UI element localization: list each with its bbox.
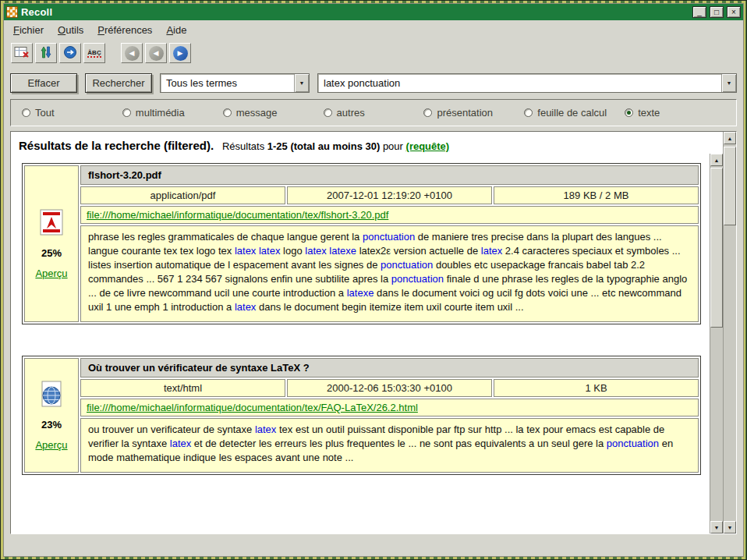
tool-group-main: ÂBÇ <box>9 42 108 64</box>
titlebar[interactable]: Recoll _ □ × <box>4 4 743 20</box>
search-mode-select[interactable]: Tous les termes ▼ <box>160 73 310 93</box>
arrows-updown-icon <box>39 45 53 62</box>
outer-scroll-down-button[interactable]: ▼ <box>724 521 736 533</box>
spellcheck-abc-icon: ÂBÇ <box>87 49 101 58</box>
preview-link[interactable]: Aperçu <box>35 439 67 451</box>
result-entry: 23% Aperçu Où trouver un vérificateur de… <box>22 356 701 475</box>
blue-globe-arrow-icon <box>63 45 77 62</box>
result-title: flshort-3.20.pdf <box>80 165 699 185</box>
search-query-arrow[interactable]: ▼ <box>721 74 736 92</box>
results-connector: pour <box>383 140 403 152</box>
chevron-down-icon: ▼ <box>299 80 305 86</box>
close-button[interactable]: × <box>727 6 741 18</box>
result-entry: 25% Aperçu flshort-3.20.pdf application/… <box>22 163 701 324</box>
toolbar: ÂBÇ ◀ ◀ ▶ <box>4 39 743 67</box>
radio-icon[interactable] <box>625 108 633 117</box>
results-title: Résultats de la recherche (filtered). <box>19 139 214 152</box>
relevance-score: 23% <box>41 419 62 431</box>
result-size: 1 KB <box>494 379 699 397</box>
filter-tout[interactable]: Tout <box>22 107 122 119</box>
search-mode-arrow[interactable]: ▼ <box>294 74 309 92</box>
radio-icon[interactable] <box>524 108 533 117</box>
relevance-score: 25% <box>41 247 62 259</box>
preview-link[interactable]: Aperçu <box>35 268 67 279</box>
app-icon <box>6 6 18 18</box>
outer-scroll-up-button[interactable]: ▲ <box>724 132 736 144</box>
inner-scroll-up-button[interactable]: ▲ <box>710 154 723 166</box>
clear-button[interactable]: Effacer <box>10 73 77 93</box>
results-count-prefix: Résultats 1-25 (total au moins 30) pour … <box>217 140 449 152</box>
result-url-link[interactable]: file:///home/michael/informatique/docume… <box>87 209 388 221</box>
results-panel: Résultats de la recherche (filtered). Ré… <box>10 131 737 534</box>
result-url-row: file:///home/michael/informatique/docume… <box>80 399 699 416</box>
outer-scroll-track[interactable] <box>724 144 736 521</box>
maximize-button[interactable]: □ <box>710 6 724 18</box>
result-meta-row: text/html 2000-12-06 15:03:30 +0100 1 KB <box>80 379 699 397</box>
inner-scroll-down-button[interactable]: ▼ <box>710 521 723 533</box>
inner-scrollbar: ▲ ▼ <box>710 154 723 533</box>
filter-label: feuille de calcul <box>537 107 607 119</box>
result-url-row: file:///home/michael/informatique/docume… <box>80 206 699 224</box>
search-row: Effacer Rechercher Tous les termes ▼ ▼ <box>4 67 743 97</box>
search-mode-value: Tous les termes <box>161 77 294 89</box>
filter-label: autres <box>337 107 365 119</box>
result-entries: 25% Aperçu flshort-3.20.pdf application/… <box>19 163 704 475</box>
radio-icon[interactable] <box>122 108 131 117</box>
filter-message[interactable]: message <box>223 107 324 119</box>
filetype-icon <box>38 380 65 410</box>
radio-icon[interactable] <box>223 108 232 117</box>
nav-back-icon: ◀ <box>125 46 140 61</box>
result-url-link[interactable]: file:///home/michael/informatique/docume… <box>87 402 418 413</box>
clear-search-button[interactable] <box>11 43 33 63</box>
menu-item-aide[interactable]: Aide <box>160 22 193 38</box>
result-left-panel: 25% Aperçu <box>24 165 79 322</box>
result-left-panel: 23% Aperçu <box>24 358 79 473</box>
nav-back-button[interactable]: ◀ <box>121 43 143 63</box>
search-query-combo: ▼ <box>317 73 737 93</box>
prev-page-icon: ◀ <box>149 46 164 61</box>
radio-icon[interactable] <box>22 108 30 117</box>
search-button[interactable]: Rechercher <box>85 73 152 93</box>
result-abstract: ou trouver un verificateur de syntaxe la… <box>80 418 699 473</box>
result-title: Où trouver un vérificateur de syntaxe La… <box>80 358 699 377</box>
inner-scroll-thumb[interactable] <box>710 168 723 328</box>
results-list: 25% Aperçu flshort-3.20.pdf application/… <box>11 154 723 533</box>
result-mime: application/pdf <box>80 186 285 204</box>
filter-bar: Tout multimédia message autres présentat… <box>10 99 737 126</box>
minimize-button[interactable]: _ <box>692 6 706 18</box>
search-query-input[interactable] <box>318 77 721 89</box>
result-right-panel: flshort-3.20.pdf application/pdf 2007-12… <box>80 165 699 322</box>
prev-page-button[interactable]: ◀ <box>145 43 167 63</box>
results-range: 1-25 (total au moins 30) <box>267 140 380 152</box>
next-page-icon: ▶ <box>173 46 188 61</box>
menu-item-fichier[interactable]: Fichier <box>7 22 50 38</box>
filter-multimedia[interactable]: multimédia <box>122 107 223 119</box>
chevron-down-icon: ▼ <box>727 80 732 86</box>
status-bar <box>4 534 743 556</box>
next-page-button[interactable]: ▶ <box>169 43 191 63</box>
window-frame: Recoll _ □ × Fichier Outils Préférences … <box>0 0 747 560</box>
menu-item-preferences[interactable]: Préférences <box>91 22 158 38</box>
window: Recoll _ □ × Fichier Outils Préférences … <box>3 3 744 557</box>
result-date: 2007-12-01 12:19:20 +0100 <box>287 186 492 204</box>
term-explorer-button[interactable]: ÂBÇ <box>83 43 105 63</box>
filter-feuille-de-calcul[interactable]: feuille de calcul <box>524 107 625 119</box>
inner-scroll-track[interactable] <box>710 166 723 521</box>
filter-label: multimédia <box>136 107 185 119</box>
result-date: 2000-12-06 15:03:30 +0100 <box>287 379 492 397</box>
query-link[interactable]: (requête) <box>406 140 450 152</box>
result-right-panel: Où trouver un vérificateur de syntaxe La… <box>80 358 699 473</box>
update-index-button[interactable] <box>35 43 57 63</box>
filter-label: présentation <box>437 107 493 119</box>
filter-presentation[interactable]: présentation <box>423 107 524 119</box>
result-size: 189 KB / 2 MB <box>494 186 699 204</box>
radio-icon[interactable] <box>324 108 332 117</box>
result-abstract: phrase les regles grammaticales de chaqu… <box>80 225 699 322</box>
filter-texte[interactable]: texte <box>625 107 725 119</box>
radio-icon[interactable] <box>423 108 432 117</box>
window-title: Recoll <box>21 6 689 18</box>
menu-item-outils[interactable]: Outils <box>51 22 90 38</box>
go-search-button[interactable] <box>59 43 81 63</box>
filter-autres[interactable]: autres <box>324 107 424 119</box>
outer-scroll-thumb[interactable] <box>724 147 736 225</box>
